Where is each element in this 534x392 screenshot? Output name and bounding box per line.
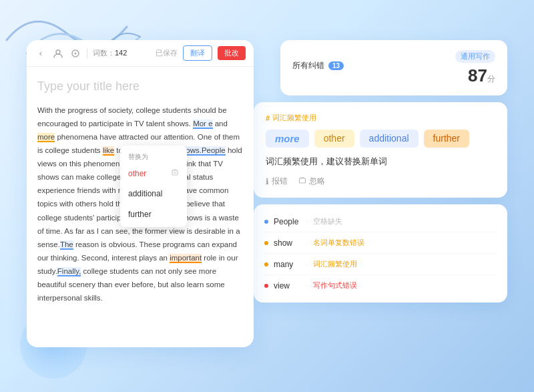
chip-other[interactable]: other <box>314 130 354 148</box>
word-chips: more other additional further <box>266 130 495 148</box>
toolbar-divider <box>87 49 87 58</box>
svg-rect-6 <box>300 178 306 183</box>
ignore-label: 忽略 <box>309 176 325 187</box>
report-icon: ℹ <box>266 177 269 186</box>
issue-word-many: many <box>274 260 300 269</box>
more-issues: People · 空格缺失 show · 名词单复数错误 many · 词汇频繁… <box>254 204 507 303</box>
issue-hint-many: 词汇频繁使用 <box>313 259 357 269</box>
issue-item-show[interactable]: show · 名词单复数错误 <box>264 232 497 254</box>
editor-panel: ‹ 词数：142 已保存 翻译 批改 Type your <box>27 40 254 347</box>
chip-additional[interactable]: additional <box>360 130 419 148</box>
issue-actions: ℹ 报错 忽略 <box>266 176 495 187</box>
word-count: 词数：142 <box>93 48 127 58</box>
issue-description: 词汇频繁使用，建议替换新单词 <box>266 156 495 168</box>
issue-word-view: view <box>274 281 300 290</box>
score-unit: 分 <box>487 74 495 83</box>
revise-button[interactable]: 批改 <box>218 46 246 60</box>
score-card-left: 所有纠错 13 <box>292 60 344 75</box>
editor-content: Type your title here With the progress o… <box>27 67 254 314</box>
issue-hint-view: 写作句式错误 <box>313 280 357 290</box>
issue-dot <box>264 220 268 224</box>
issue-item-people[interactable]: People · 空格缺失 <box>264 211 497 232</box>
dropdown-label: 替换为 <box>120 148 187 164</box>
dropdown-item-further[interactable]: further <box>120 204 187 224</box>
issue-dot-many <box>264 262 268 266</box>
score-card: 所有纠错 13 通用写作 87分 <box>280 40 507 95</box>
issue-hint-show: 名词单复数错误 <box>313 238 364 248</box>
issue-word-people: People <box>274 217 300 226</box>
report-action[interactable]: ℹ 报错 <box>266 176 288 187</box>
issue-hint-people: 空格缺失 <box>313 216 342 226</box>
issue-item-many[interactable]: many · 词汇频繁使用 <box>264 254 497 275</box>
all-issues-label: 所有纠错 <box>292 60 324 71</box>
comment-icon[interactable] <box>69 47 81 59</box>
svg-point-2 <box>75 52 77 54</box>
chip-further[interactable]: further <box>424 130 469 148</box>
chip-more[interactable]: more <box>266 130 309 148</box>
score-header: 所有纠错 13 <box>292 60 344 71</box>
svg-point-0 <box>56 50 60 54</box>
suggestions-panel: 所有纠错 13 通用写作 87分 词汇频繁使用 more other addit… <box>247 40 507 347</box>
issue-word-show: show <box>274 238 300 248</box>
score-type: 通用写作 <box>455 50 495 63</box>
issue-tag: 词汇频繁使用 <box>266 113 495 123</box>
issue-dot-view <box>264 284 268 288</box>
user-icon[interactable] <box>52 47 64 59</box>
score-section: 通用写作 87分 <box>455 49 495 86</box>
score-value: 87 <box>468 65 487 85</box>
issue-item-view[interactable]: view · 写作句式错误 <box>264 275 497 296</box>
ignore-icon <box>298 176 306 186</box>
main-container: ‹ 词数：142 已保存 翻译 批改 Type your <box>27 40 514 347</box>
dropdown-item-other[interactable]: other <box>120 164 187 184</box>
word-replacement-dropdown: 替换为 other additional <box>120 146 187 227</box>
editor-title[interactable]: Type your title here <box>37 76 243 97</box>
back-icon[interactable]: ‹ <box>35 47 47 59</box>
editor-toolbar: ‹ 词数：142 已保存 翻译 批改 <box>27 40 254 67</box>
issues-badge: 13 <box>328 61 344 70</box>
issue-dot-show <box>264 241 268 245</box>
dropdown-delete-icon[interactable] <box>171 167 179 180</box>
svg-rect-3 <box>172 170 178 175</box>
report-label: 报错 <box>272 176 288 187</box>
translate-button[interactable]: 翻译 <box>183 45 212 61</box>
saved-status: 已保存 <box>156 48 178 58</box>
dropdown-item-additional[interactable]: additional <box>120 184 187 204</box>
ignore-action[interactable]: 忽略 <box>298 176 325 187</box>
score-display: 87分 <box>455 65 495 86</box>
issue-card: 词汇频繁使用 more other additional further 词汇频… <box>254 102 507 198</box>
